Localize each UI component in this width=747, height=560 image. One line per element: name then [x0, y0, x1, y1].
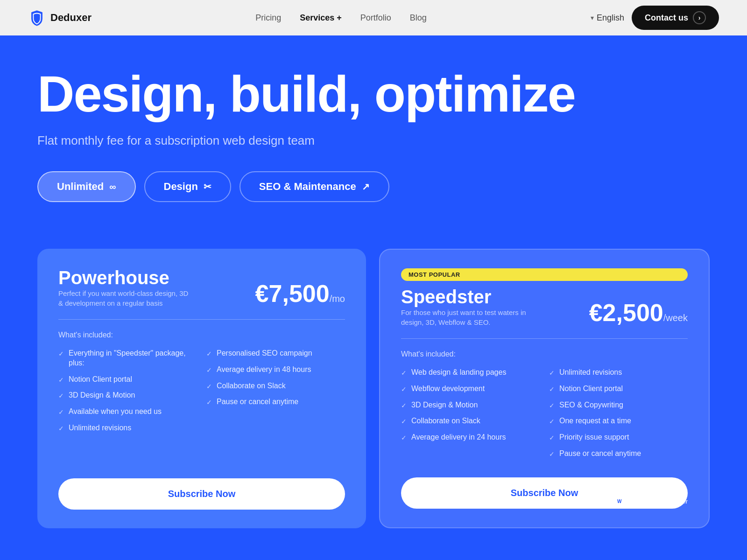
speedster-features: ✓ Web design & landing pages ✓ Webflow d…: [401, 368, 688, 459]
powerhouse-desc: Perfect if you want world-class design, …: [58, 288, 189, 308]
hero-section: Design, build, optimize Flat monthly fee…: [0, 35, 747, 249]
list-item: ✓ Pause or cancel anytime: [549, 449, 688, 459]
check-icon: ✓: [549, 450, 555, 458]
check-icon: ✓: [401, 369, 407, 377]
nav-services[interactable]: Services +: [300, 13, 342, 23]
pricing-cards: Powerhouse Perfect if you want world-cla…: [0, 249, 747, 556]
powerhouse-features-col2: ✓ Personalised SEO campaign ✓ Average de…: [206, 349, 345, 460]
hero-title: Design, build, optimize: [37, 68, 710, 119]
tab-design[interactable]: Design ✂: [144, 171, 231, 202]
check-icon: ✓: [549, 401, 555, 410]
list-item: ✓ Priority issue support: [549, 433, 688, 442]
list-item: ✓ One request at a time: [549, 416, 688, 426]
divider: [401, 338, 688, 339]
speedster-price: €2,500/week: [589, 301, 688, 325]
check-icon: ✓: [206, 382, 212, 391]
powerhouse-title: Powerhouse: [58, 267, 189, 288]
list-item: ✓ Notion Client portal: [58, 375, 197, 385]
list-item: ✓ Webflow development: [401, 384, 540, 394]
list-item: ✓ Everything in "Speedster" package, plu…: [58, 349, 197, 368]
check-icon: ✓: [549, 385, 555, 393]
check-icon: ✓: [206, 350, 212, 358]
nav-portfolio[interactable]: Portfolio: [360, 13, 391, 23]
card-powerhouse: Powerhouse Perfect if you want world-cla…: [37, 249, 366, 528]
nav-blog[interactable]: Blog: [410, 13, 427, 23]
check-icon: ✓: [58, 392, 64, 400]
list-item: ✓ Average delivery in 48 hours: [206, 365, 345, 375]
list-item: ✓ Unlimited revisions: [549, 368, 688, 378]
list-item: ✓ Collaborate on Slack: [401, 416, 540, 426]
contact-button[interactable]: Contact us ›: [632, 6, 719, 30]
logo[interactable]: Deduxer: [28, 9, 92, 27]
check-icon: ✓: [58, 424, 64, 433]
tab-unlimited[interactable]: Unlimited ∞: [37, 171, 136, 202]
list-item: ✓ SEO & Copywriting: [549, 400, 688, 410]
speedster-desc: For those who just want to test waters i…: [401, 308, 532, 327]
list-item: ✓ Pause or cancel anytime: [206, 397, 345, 407]
check-icon: ✓: [401, 417, 407, 426]
list-item: ✓ Web design & landing pages: [401, 368, 540, 378]
powerhouse-subscribe-button[interactable]: Subscribe Now: [58, 478, 345, 510]
infinity-icon: ∞: [109, 182, 116, 192]
check-icon: ✓: [401, 434, 407, 442]
check-icon: ✓: [206, 366, 212, 374]
partner-logo-icon: W: [614, 497, 625, 507]
hero-subtitle: Flat monthly fee for a subscription web …: [37, 133, 710, 148]
navbar: Deduxer Pricing Services + Portfolio Blo…: [0, 0, 747, 35]
divider: [58, 319, 345, 320]
logo-text: Deduxer: [50, 12, 92, 24]
most-popular-badge: MOST POPULAR: [401, 268, 688, 281]
powerhouse-included-label: What's included:: [58, 331, 345, 339]
check-icon: ✓: [58, 376, 64, 384]
list-item: ✓ Personalised SEO campaign: [206, 349, 345, 358]
list-item: ✓ 3D Design & Motion: [58, 391, 197, 400]
powerhouse-header: Powerhouse Perfect if you want world-cla…: [58, 267, 345, 319]
check-icon: ✓: [206, 398, 212, 406]
powerhouse-features-col1: ✓ Everything in "Speedster" package, plu…: [58, 349, 197, 460]
powerhouse-price: €7,500/mo: [255, 281, 345, 306]
speedster-included-label: What's included:: [401, 350, 688, 358]
plus-icon: +: [337, 13, 342, 23]
card-speedster: MOST POPULAR Speedster For those who jus…: [379, 249, 710, 528]
speedster-features-col1: ✓ Web design & landing pages ✓ Webflow d…: [401, 368, 540, 459]
list-item: ✓ Unlimited revisions: [58, 423, 197, 433]
list-item: ✓ Available when you need us: [58, 407, 197, 417]
check-icon: ✓: [58, 350, 64, 358]
partner-badge: W Professional Partner: [614, 497, 688, 507]
check-icon: ✓: [549, 434, 555, 442]
list-item: ✓ Average delivery in 24 hours: [401, 433, 540, 442]
list-item: ✓ Collaborate on Slack: [206, 381, 345, 391]
check-icon: ✓: [401, 401, 407, 410]
chart-icon: ↗: [362, 181, 370, 192]
speedster-header: Speedster For those who just want to tes…: [401, 287, 688, 338]
speedster-title: Speedster: [401, 287, 532, 308]
scissors-icon: ✂: [204, 181, 211, 192]
chevron-down-icon: ▾: [591, 14, 594, 21]
check-icon: ✓: [549, 417, 555, 426]
nav-right: ▾ English Contact us ›: [591, 6, 719, 30]
logo-icon: [28, 9, 46, 27]
list-item: ✓ Notion Client portal: [549, 384, 688, 394]
check-icon: ✓: [549, 369, 555, 377]
nav-pricing[interactable]: Pricing: [255, 13, 281, 23]
language-selector[interactable]: ▾ English: [591, 13, 624, 23]
speedster-features-col2: ✓ Unlimited revisions ✓ Notion Client po…: [549, 368, 688, 459]
check-icon: ✓: [401, 385, 407, 393]
powerhouse-features: ✓ Everything in "Speedster" package, plu…: [58, 349, 345, 460]
arrow-icon: ›: [693, 11, 706, 24]
tab-seo[interactable]: SEO & Maintenance ↗: [240, 171, 389, 202]
list-item: ✓ 3D Design & Motion: [401, 400, 540, 410]
pricing-tabs: Unlimited ∞ Design ✂ SEO & Maintenance ↗: [37, 171, 710, 202]
svg-point-0: [35, 16, 39, 20]
check-icon: ✓: [58, 408, 64, 416]
